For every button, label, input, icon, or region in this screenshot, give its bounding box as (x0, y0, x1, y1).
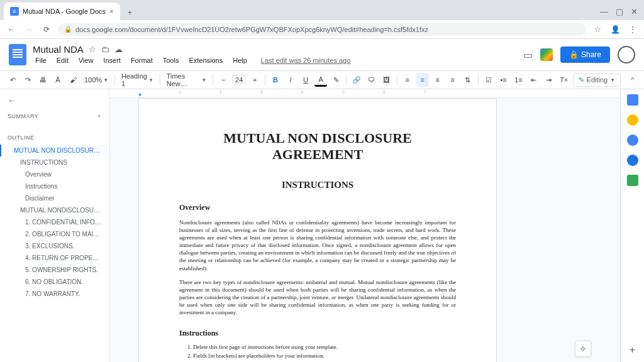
outline-item[interactable]: 7. NO WARRANTY. (1, 288, 108, 300)
redo-button[interactable]: ↷ (21, 73, 34, 87)
close-tab-icon[interactable]: × (109, 8, 113, 15)
outline-item[interactable]: 6. NO OBLIGATION. (1, 276, 108, 288)
doc-paragraph[interactable]: There are two key types of nondisclosure… (179, 278, 456, 317)
cloud-icon[interactable]: ☁ (114, 45, 123, 54)
outline-item[interactable]: Disclaimer (1, 192, 108, 204)
comment-button[interactable]: 🗨 (365, 73, 378, 87)
docs-logo-icon[interactable] (9, 44, 26, 65)
share-button[interactable]: 🔒Share (560, 47, 610, 63)
numbered-list-button[interactable]: 1≡ (513, 73, 525, 87)
calendar-icon[interactable] (627, 94, 638, 106)
checklist-button[interactable]: ☑ (482, 73, 495, 87)
indent-button[interactable]: ⇥ (543, 73, 555, 87)
profile-icon[interactable]: 👤 (609, 23, 621, 36)
list-item[interactable]: Fields [in brackets] are placeholders fo… (193, 352, 456, 359)
outline-back-button[interactable]: ← (1, 92, 108, 109)
bold-button[interactable]: B (269, 73, 282, 87)
align-left-button[interactable]: ≡ (401, 73, 414, 87)
doc-heading-overview[interactable]: Overview (179, 203, 456, 212)
document-page[interactable]: MUTUAL NON DISCLOSURE AGREEMENT INSTRUCT… (138, 98, 497, 362)
horizontal-ruler[interactable]: 1234567 ▾ (109, 89, 620, 98)
list-item[interactable]: Delete this first page of instructions b… (193, 343, 456, 351)
maps-icon[interactable] (627, 175, 638, 186)
browser-menu-icon[interactable]: ⋮ (626, 23, 639, 36)
forward-button[interactable]: → (23, 23, 35, 36)
print-button[interactable]: 🖶 (36, 73, 49, 87)
present-icon[interactable] (540, 48, 553, 61)
outline-item[interactable]: 5. OWNERSHIP RIGHTS. (1, 264, 108, 276)
collapse-toolbar-button[interactable]: ^ (627, 74, 638, 86)
menu-format[interactable]: Format (128, 55, 155, 65)
bullet-list-button[interactable]: •≡ (497, 73, 510, 87)
spellcheck-button[interactable]: Ā (52, 73, 64, 87)
new-tab-button[interactable]: + (123, 5, 138, 20)
font-size-input[interactable]: 24 (232, 75, 246, 84)
mode-select[interactable]: ✎Editing▼ (573, 74, 621, 87)
outline-item[interactable]: MUTUAL NONDISCLOSURE AG… (1, 204, 108, 216)
doc-heading-title[interactable]: MUTUAL NON DISCLOSURE AGREEMENT (179, 130, 456, 163)
side-panel: + (620, 89, 644, 362)
menu-extensions[interactable]: Extensions (186, 55, 225, 65)
back-button[interactable]: ← (5, 23, 18, 36)
explore-button[interactable]: ✧ (575, 341, 591, 357)
menu-file[interactable]: File (33, 55, 49, 65)
zoom-select[interactable]: 100%▼ (82, 76, 111, 84)
outdent-button[interactable]: ⇤ (528, 73, 540, 87)
keep-icon[interactable] (627, 114, 638, 126)
doc-title[interactable]: Mutual NDA (33, 44, 84, 55)
outline-item[interactable]: INSTRUCTIONS (1, 156, 108, 168)
clear-format-button[interactable]: T× (558, 73, 570, 87)
doc-paragraph[interactable]: Nondisclosure agreements (also called ND… (179, 219, 456, 272)
underline-button[interactable]: U (299, 73, 312, 87)
font-size-decrease[interactable]: − (217, 73, 230, 87)
maximize-icon[interactable]: ▢ (616, 7, 623, 16)
minimize-icon[interactable]: — (600, 7, 608, 16)
document-canvas[interactable]: 1234567 ▾ MUTUAL NON DISCLOSURE AGREEMEN… (109, 89, 620, 362)
text-color-button[interactable]: A (314, 73, 327, 87)
doc-heading-instructions[interactable]: INSTRUCTIONS (179, 180, 456, 190)
undo-button[interactable]: ↶ (6, 73, 19, 87)
bookmark-icon[interactable]: ☆ (591, 23, 604, 36)
align-justify-button[interactable]: ≡ (447, 73, 459, 87)
add-panel-icon[interactable]: + (630, 344, 635, 356)
menu-view[interactable]: View (76, 55, 96, 65)
paint-format-button[interactable]: 🖌 (67, 73, 79, 87)
outline-item[interactable]: 3. EXCLUSIONS. (1, 240, 108, 252)
outline-item[interactable]: Overview (1, 168, 108, 180)
meet-icon[interactable]: ▭ (523, 49, 533, 61)
browser-tab[interactable]: ≡ Mutual NDA - Google Docs × (4, 3, 120, 20)
font-select[interactable]: Times New…▼ (164, 72, 209, 87)
outline-item[interactable]: MUTUAL NON DISCLOSURE AG… (0, 145, 108, 156)
move-icon[interactable]: 🗀 (101, 45, 109, 54)
url-text: docs.google.com/document/d/1FVvweIncD21U… (75, 26, 428, 33)
outline-item[interactable]: 2. OBLIGATION TO MAINTAI… (1, 228, 108, 240)
contacts-icon[interactable] (627, 155, 638, 166)
line-spacing-button[interactable]: ⇅ (462, 73, 474, 87)
outline-item[interactable]: Instructions (1, 180, 108, 192)
star-icon[interactable]: ☆ (89, 45, 96, 54)
account-avatar[interactable] (618, 46, 635, 63)
font-size-increase[interactable]: + (248, 73, 261, 87)
summary-section: SUMMARY+ (1, 109, 108, 123)
menu-tools[interactable]: Tools (160, 55, 182, 65)
menu-edit[interactable]: Edit (54, 55, 71, 65)
doc-heading-instr2[interactable]: Instructions (179, 329, 456, 338)
tasks-icon[interactable] (627, 134, 638, 146)
last-edit-link[interactable]: Last edit was 26 minutes ago (258, 55, 353, 65)
outline-item[interactable]: 1. CONFIDENTIAL INFORMA… (1, 216, 108, 228)
menu-help[interactable]: Help (230, 55, 250, 65)
add-summary-icon[interactable]: + (97, 113, 101, 119)
link-button[interactable]: 🔗 (350, 73, 363, 87)
close-window-icon[interactable]: ✕ (631, 7, 638, 16)
url-bar[interactable]: 🔒 docs.google.com/document/d/1FVvweIncD2… (58, 23, 586, 36)
align-right-button[interactable]: ≡ (431, 73, 444, 87)
menu-insert[interactable]: Insert (101, 55, 123, 65)
highlight-button[interactable]: ✎ (330, 73, 342, 87)
paragraph-style-select[interactable]: Heading 1▼ (119, 72, 156, 87)
align-center-button[interactable]: ≡ (416, 73, 429, 87)
reload-button[interactable]: ⟳ (40, 23, 53, 36)
outline-item[interactable]: 4. RETURN OF PROPERTY. (1, 252, 108, 264)
image-button[interactable]: 🖼 (380, 73, 393, 87)
italic-button[interactable]: I (284, 73, 297, 87)
doc-ordered-list[interactable]: Delete this first page of instructions b… (179, 343, 456, 362)
